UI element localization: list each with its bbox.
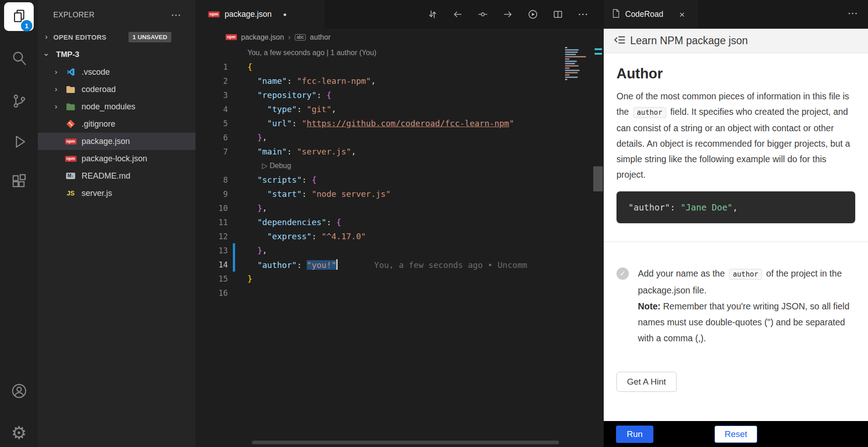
code-line-6: 6 }, [195,130,604,144]
example-code-block: "author": "Jane Doe", [616,191,855,223]
get-hint-button[interactable]: Get A Hint [616,372,677,392]
chevron-right-icon: › [288,33,291,42]
activity-item-run-debug[interactable] [0,133,38,153]
panel-more-actions-icon[interactable]: ⋯ [847,7,858,20]
activity-item-source-control[interactable] [0,92,38,112]
code-line-10: 10 }, [195,201,604,215]
activity-bar: 1 [0,0,38,447]
code-line-14: 14 "author": "you!"You, a few seconds ag… [195,257,604,272]
sidebar-header: EXPLORER ⋯ [38,6,195,24]
file-label: node_modules [82,102,135,112]
account-icon [10,382,28,401]
scrollbar-thumb[interactable] [593,166,603,191]
chevron-right-icon: › [51,68,61,76]
coderoad-action-bar: Run Reset [604,421,868,447]
file-item-package-lock.json[interactable]: npmpackage-lock.json [38,150,195,167]
panel-tab-strip: CodeRoad × ⋯ [604,0,868,29]
file-item-.gitignore[interactable]: .gitignore [38,115,195,133]
coderoad-panel: CodeRoad × ⋯ Learn NPM package json Auth… [604,0,868,447]
meta-line: You, a few seconds ago | 1 author (You) [195,46,604,60]
editor-actions: ⋯ [427,0,588,29]
reset-button[interactable]: Reset [714,426,757,443]
task-check-icon: ✓ [616,267,629,280]
tab-package-json[interactable]: npm package.json ● [195,0,324,29]
workspace-root-label: TMP-3 [56,50,79,59]
npm-icon: npm [64,156,77,162]
source-control-icon [10,92,28,112]
code-line-2: 2 "name": "fcc-learn-npm", [195,74,604,88]
code-line-11: 11 "dependencies": { [195,215,604,229]
tutorial-title: Learn NPM package json [630,35,748,47]
file-item-package.json[interactable]: npmpackage.json [38,133,195,150]
tutorial-content: Author One of the most common pieces of … [604,54,868,421]
split-editor-icon[interactable] [553,9,563,20]
code-line-4: 4 "type": "git", [195,102,604,116]
npm-file-icon: npm [226,34,237,40]
lens-line[interactable]: ▷ Debug [195,159,604,173]
activity-item-account[interactable] [0,382,38,402]
symbol-string-icon: abc [295,34,306,41]
vscode-window: 1 [0,0,868,447]
npm-icon: npm [64,139,77,144]
breadcrumb-file[interactable]: package.json [241,33,284,41]
breadcrumb[interactable]: npm package.json › abc author [195,29,604,46]
navigate-back-icon[interactable] [452,9,463,20]
run-code-icon[interactable] [528,9,538,20]
git-icon [64,119,77,128]
file-label: .gitignore [82,119,115,129]
run-debug-icon [10,133,28,152]
gear-icon: ⚙ [11,424,26,442]
run-button[interactable]: Run [616,426,653,443]
collapse-menu-icon[interactable] [614,34,626,48]
activity-item-search[interactable] [0,49,38,69]
file-label: server.js [82,189,112,198]
compare-changes-icon[interactable] [427,9,438,20]
open-editors-section[interactable]: › OPEN EDITORS 1 UNSAVED [38,29,195,45]
task-note: Note: Remember that you're writing JSON,… [638,298,855,346]
folder-node-icon [64,103,77,111]
workspace-root[interactable]: › TMP-3 [38,46,195,63]
coderoad-tab-label: CodeRoad [625,10,663,19]
dirty-indicator-icon: ● [283,11,287,18]
code-line-5: 5 "url": "https://github.com/coderoad/fc… [195,116,604,130]
breadcrumb-symbol[interactable]: author [310,33,330,41]
activity-item-extensions[interactable] [0,173,38,193]
chevron-right-icon: › [51,85,61,93]
more-actions-icon[interactable]: ⋯ [578,8,588,21]
file-item-.vscode[interactable]: ›.vscode [38,63,195,81]
explorer-badge: 1 [21,20,32,31]
file-label: .vscode [82,67,110,77]
file-item-coderoad[interactable]: ›coderoad [38,81,195,98]
file-label: package.json [82,137,130,146]
tab-label: package.json [225,10,272,19]
editor-group: npm package.json ● [195,0,604,447]
code-line-15: 15} [195,272,604,286]
activity-item-settings[interactable]: ⚙ [0,423,38,443]
lesson-heading: Author [616,66,855,82]
code-lines[interactable]: You, a few seconds ago | 1 author (You)1… [195,46,604,300]
tab-coderoad[interactable]: CodeRoad × [604,0,698,29]
file-item-node_modules[interactable]: ›node_modules [38,98,195,115]
tutorial-header: Learn NPM package json [604,29,868,53]
task-item: ✓ Add your name as the author of the pro… [616,266,855,346]
code-line-13: 13 }, [195,243,604,257]
file-label: package-lock.json [82,154,147,164]
file-item-README.md[interactable]: M↓README.md [38,167,195,185]
navigate-forward-icon[interactable] [503,9,513,20]
chevron-right-icon: › [51,103,61,111]
file-item-server.js[interactable]: JSserver.js [38,185,195,202]
unsaved-badge: 1 UNSAVED [128,32,171,42]
sidebar-more-actions[interactable]: ⋯ [171,9,181,21]
search-icon [10,50,28,69]
extensions-icon [10,174,28,193]
horizontal-scrollbar[interactable] [252,441,559,444]
close-icon[interactable]: × [679,9,685,20]
code-line-16: 16 [195,286,604,300]
js-icon: JS [64,190,77,197]
vscode-icon [64,67,77,77]
open-changes-icon[interactable] [478,9,488,20]
file-label: coderoad [82,85,116,94]
minimap[interactable] [565,47,592,81]
lesson-description: One of the most common pieces of informa… [616,88,855,182]
task-line: Add your name as the author of the proje… [638,266,855,298]
